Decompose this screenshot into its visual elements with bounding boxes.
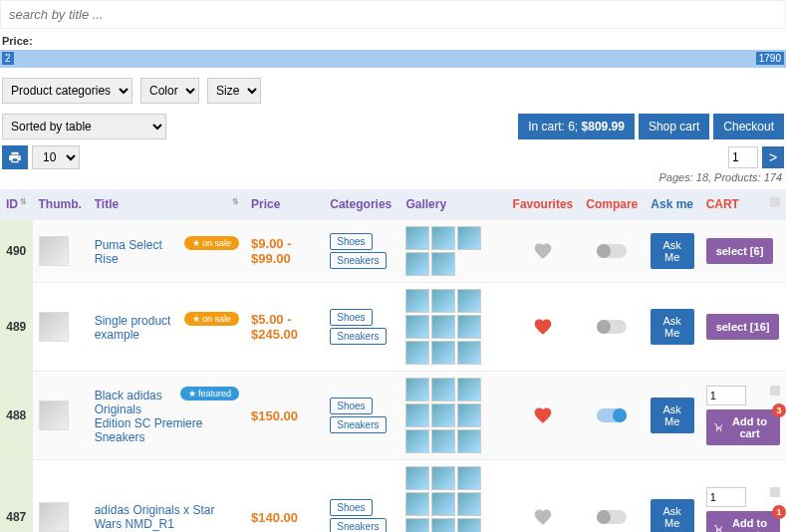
gallery-thumb[interactable] xyxy=(431,378,455,401)
product-thumb[interactable] xyxy=(39,312,69,342)
col-thumb: Thumb. xyxy=(33,189,89,220)
col-price[interactable]: Price xyxy=(245,189,324,220)
sort-select[interactable]: Sorted by table xyxy=(2,114,166,139)
gallery-thumb[interactable] xyxy=(405,492,429,516)
gallery-thumb[interactable] xyxy=(431,466,455,490)
ask-me-button[interactable]: Ask Me xyxy=(651,233,694,269)
col-favourites: Favourites xyxy=(506,189,580,220)
cart-count-badge: 3 xyxy=(772,403,786,417)
gallery-thumb[interactable] xyxy=(457,466,481,490)
category-tag[interactable]: Shoes xyxy=(330,499,372,516)
gallery-thumb[interactable] xyxy=(405,226,429,250)
add-to-cart-button[interactable]: Add to cart1 xyxy=(706,511,780,532)
gallery-thumb[interactable] xyxy=(457,518,481,532)
filter-color[interactable]: Color xyxy=(140,78,199,104)
product-thumb[interactable] xyxy=(39,400,69,430)
ask-me-button[interactable]: Ask Me xyxy=(651,309,694,345)
favourite-toggle[interactable] xyxy=(532,241,554,261)
cart-summary-button[interactable]: In cart: 6; $809.99 xyxy=(518,114,635,139)
gallery-thumb[interactable] xyxy=(405,403,429,427)
gallery-thumb[interactable] xyxy=(431,518,455,532)
gallery-thumb[interactable] xyxy=(457,341,481,365)
col-compare: Compare xyxy=(580,189,645,220)
filter-categories[interactable]: Product categories xyxy=(2,78,132,104)
gallery-thumb[interactable] xyxy=(431,429,455,453)
price-min[interactable]: 2 xyxy=(2,52,14,65)
category-tag[interactable]: Sneakers xyxy=(330,252,386,269)
gallery-thumb[interactable] xyxy=(405,289,429,313)
table-row: 488★ featuredBlack adidas Originals Edit… xyxy=(0,372,786,460)
cart-count-badge: 1 xyxy=(772,505,786,519)
id-cell: 488 xyxy=(0,372,33,460)
gallery-thumb[interactable] xyxy=(457,226,481,250)
gallery xyxy=(405,289,500,365)
gallery-thumb[interactable] xyxy=(431,252,455,276)
gallery-thumb[interactable] xyxy=(457,492,481,516)
gallery-thumb[interactable] xyxy=(405,429,429,453)
gallery-thumb[interactable] xyxy=(457,378,481,401)
add-to-cart-button[interactable]: Add to cart3 xyxy=(706,409,780,445)
ask-me-button[interactable]: Ask Me xyxy=(651,398,694,433)
gallery-thumb[interactable] xyxy=(457,315,481,339)
col-id[interactable]: ID⇅ xyxy=(0,189,33,220)
select-all-checkbox[interactable] xyxy=(770,197,780,207)
select-variant-button[interactable]: select [16] xyxy=(706,314,780,340)
gallery-thumb[interactable] xyxy=(431,403,455,427)
product-title-link[interactable]: adidas Originals x Star Wars NMD_R1 xyxy=(95,503,215,531)
print-icon xyxy=(8,150,22,164)
sale-badge: ★ on sale xyxy=(184,312,240,326)
product-title-link[interactable]: Puma Select Rise xyxy=(95,238,162,266)
id-cell: 487 xyxy=(0,460,33,533)
category-tag[interactable]: Sneakers xyxy=(330,328,386,345)
gallery-thumb[interactable] xyxy=(405,378,429,401)
gallery-thumb[interactable] xyxy=(457,429,481,453)
col-title[interactable]: Title⇅ xyxy=(89,189,245,220)
shop-cart-button[interactable]: Shop cart xyxy=(639,114,709,139)
qty-input[interactable] xyxy=(706,386,746,405)
category-tag[interactable]: Shoes xyxy=(330,398,372,414)
gallery-thumb[interactable] xyxy=(405,341,429,365)
qty-input[interactable] xyxy=(706,487,746,507)
print-button[interactable] xyxy=(2,145,28,169)
favourite-toggle[interactable] xyxy=(532,507,554,527)
gallery-thumb[interactable] xyxy=(431,492,455,516)
row-checkbox[interactable] xyxy=(770,487,780,497)
compare-toggle[interactable] xyxy=(597,320,627,334)
checkout-button[interactable]: Checkout xyxy=(713,114,784,139)
category-tag[interactable]: Sneakers xyxy=(330,416,386,433)
favourite-toggle[interactable] xyxy=(532,405,554,425)
compare-toggle[interactable] xyxy=(597,244,627,258)
gallery-thumb[interactable] xyxy=(457,403,481,427)
compare-toggle[interactable] xyxy=(597,408,627,422)
gallery-thumb[interactable] xyxy=(457,289,481,313)
gallery-thumb[interactable] xyxy=(431,341,455,365)
page-input[interactable] xyxy=(728,146,758,168)
price-label: Price: xyxy=(2,35,786,47)
gallery-thumb[interactable] xyxy=(431,315,455,339)
search-input[interactable] xyxy=(0,0,786,29)
gallery-thumb[interactable] xyxy=(405,315,429,339)
sort-icon: ⇅ xyxy=(20,197,27,206)
id-cell: 489 xyxy=(0,283,33,372)
favourite-toggle[interactable] xyxy=(532,317,554,337)
category-tag[interactable]: Shoes xyxy=(330,309,372,326)
product-thumb[interactable] xyxy=(39,502,69,532)
page-next-button[interactable]: > xyxy=(762,146,784,168)
select-variant-button[interactable]: select [6] xyxy=(706,238,774,264)
price-slider[interactable]: 2 1790 xyxy=(0,50,786,68)
product-thumb[interactable] xyxy=(39,236,69,266)
row-checkbox[interactable] xyxy=(770,386,780,396)
gallery-thumb[interactable] xyxy=(431,226,455,250)
ask-me-button[interactable]: Ask Me xyxy=(651,499,694,532)
filter-size[interactable]: Size xyxy=(207,78,261,104)
per-page-select[interactable]: 10 xyxy=(32,145,80,169)
gallery-thumb[interactable] xyxy=(405,466,429,490)
compare-toggle[interactable] xyxy=(597,510,627,524)
gallery-thumb[interactable] xyxy=(405,252,429,276)
gallery-thumb[interactable] xyxy=(431,289,455,313)
category-tag[interactable]: Shoes xyxy=(330,233,372,250)
category-tag[interactable]: Sneakers xyxy=(330,518,386,532)
price-max[interactable]: 1790 xyxy=(756,52,784,65)
gallery-thumb[interactable] xyxy=(405,518,429,532)
product-title-link[interactable]: Single product example xyxy=(95,314,171,342)
